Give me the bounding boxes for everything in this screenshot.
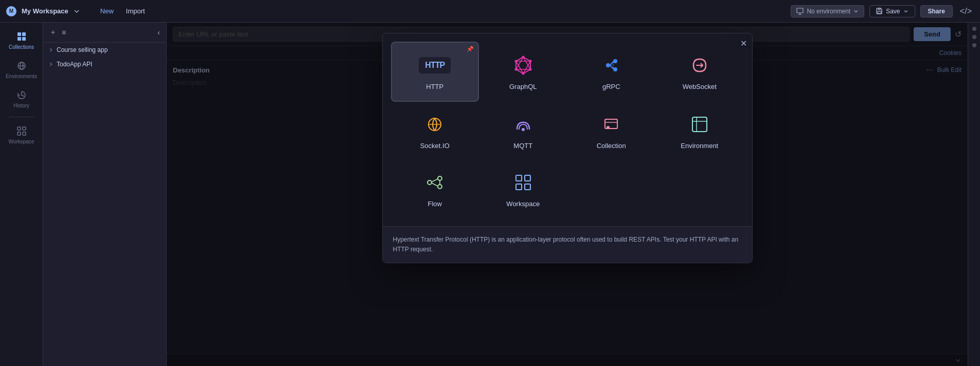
workspace-section: M My Workspace [6, 6, 80, 16]
modal-item-websocket[interactable]: WebSocket [655, 42, 744, 102]
svg-point-39 [438, 185, 442, 189]
save-icon [876, 8, 883, 14]
svg-point-29 [613, 67, 617, 71]
modal-item-flow-label: Flow [428, 200, 442, 208]
http-icon: HTTP [422, 53, 447, 78]
modal-item-environment-label: Environment [681, 142, 718, 150]
environments-label: Environments [6, 74, 37, 79]
grpc-icon [599, 53, 623, 78]
save-button[interactable]: Save [869, 5, 915, 17]
modal-item-grpc-label: gRPC [602, 83, 620, 90]
import-button[interactable]: Import [122, 5, 149, 17]
modal-item-workspace-label: Workspace [506, 200, 540, 208]
modal-overlay: ✕ HTTP HTTP 📌 [167, 23, 968, 366]
svg-point-38 [438, 176, 442, 180]
sidebar-item-history[interactable]: History [0, 85, 43, 113]
workspace-icon [16, 125, 27, 137]
modal-close-button[interactable]: ✕ [740, 39, 747, 48]
collection-item-todoapp[interactable]: TodoApp API [43, 57, 166, 71]
collection-icon [599, 112, 623, 137]
monitor-icon [796, 8, 804, 15]
modal-footer-text: Hypertext Transfer Protocol (HTTP) is an… [393, 236, 739, 253]
sidebar: Collections Environments History [0, 23, 43, 366]
workspace-avatar: M [6, 6, 16, 16]
flow-icon [422, 170, 447, 195]
modal-item-http-label: HTTP [426, 83, 443, 90]
modal-item-graphql[interactable]: GraphQL [479, 42, 567, 102]
modal-footer: Hypertext Transfer Protocol (HTTP) is an… [383, 226, 752, 263]
modal-item-http-wrapper: HTTP HTTP 📌 [391, 42, 479, 102]
right-sidebar-indicator [972, 35, 976, 39]
svg-rect-5 [17, 37, 21, 41]
topbar-right: No environment Save Share </> [791, 5, 974, 18]
modal-item-http[interactable]: HTTP HTTP [391, 42, 479, 102]
new-button[interactable]: New [96, 5, 118, 17]
right-sidebar-indicator [972, 27, 976, 31]
top-bar: M My Workspace New Import No environment… [0, 0, 980, 23]
collapse-panel-button[interactable]: ‹ [156, 27, 161, 38]
svg-rect-43 [525, 184, 530, 190]
modal-item-mqtt-label: MQTT [513, 142, 532, 150]
socketio-icon [422, 112, 447, 137]
environment-icon [687, 112, 712, 137]
svg-rect-41 [525, 175, 530, 181]
svg-rect-40 [516, 175, 522, 181]
workspace-name: My Workspace [22, 7, 68, 15]
add-collection-button[interactable]: ＋ [48, 27, 58, 38]
svg-point-27 [606, 63, 610, 67]
modal-item-graphql-label: GraphQL [509, 83, 537, 90]
svg-rect-2 [878, 11, 881, 13]
modal-item-environment[interactable]: Environment [655, 102, 744, 160]
right-sidebar [968, 23, 980, 366]
modal-item-grpc[interactable]: gRPC [567, 42, 656, 102]
collections-label: Collections [9, 44, 34, 50]
collections-icon [16, 31, 27, 42]
workspace-label: Workspace [9, 139, 34, 144]
right-sidebar-indicator [972, 43, 976, 47]
svg-rect-10 [17, 127, 21, 130]
new-item-modal: ✕ HTTP HTTP 📌 [382, 33, 753, 263]
topbar-actions: New Import [96, 5, 149, 17]
sidebar-item-workspace[interactable]: Workspace [0, 121, 43, 149]
svg-rect-6 [22, 37, 26, 41]
collection-item-label: Course selling app [57, 46, 108, 53]
env-label: No environment [807, 8, 850, 15]
modal-item-flow[interactable]: Flow [391, 160, 479, 218]
svg-point-32 [522, 128, 525, 131]
mqtt-icon [511, 112, 536, 137]
code-button[interactable]: </> [958, 5, 974, 18]
modal-item-socketio[interactable]: Socket.IO [391, 102, 479, 160]
svg-rect-12 [17, 132, 21, 135]
sidebar-divider [9, 117, 34, 117]
content-area: Send ↺ Cookies Description ··· Bulk Edit… [167, 23, 968, 366]
sidebar-item-collections[interactable]: Collections [0, 27, 43, 54]
chevron-down-icon[interactable] [74, 8, 80, 14]
collections-header: ＋ ≡ ‹ [43, 23, 166, 43]
svg-point-34 [607, 126, 610, 129]
modal-item-collection-label: Collection [597, 142, 626, 150]
share-button[interactable]: Share [920, 5, 953, 17]
svg-point-28 [613, 59, 617, 63]
sidebar-item-environments[interactable]: Environments [0, 56, 43, 83]
collection-item-label: TodoApp API [57, 61, 92, 68]
svg-rect-13 [23, 132, 26, 135]
chevron-right-icon [48, 47, 54, 52]
modal-item-collection[interactable]: Collection [567, 102, 656, 160]
modal-item-workspace[interactable]: Workspace [479, 160, 567, 218]
svg-rect-36 [692, 117, 707, 132]
modal-item-websocket-label: WebSocket [683, 83, 717, 90]
pin-icon: 📌 [467, 46, 474, 52]
graphql-icon [511, 53, 536, 78]
environment-selector[interactable]: No environment [791, 5, 864, 17]
svg-rect-4 [22, 32, 26, 36]
svg-rect-11 [23, 127, 26, 130]
save-label: Save [886, 8, 900, 15]
svg-rect-0 [797, 8, 803, 13]
modal-item-mqtt[interactable]: MQTT [479, 102, 567, 160]
filter-button[interactable]: ≡ [61, 27, 67, 38]
modal-item-socketio-label: Socket.IO [420, 142, 450, 150]
svg-rect-1 [878, 8, 880, 10]
websocket-icon [687, 53, 712, 78]
collection-item-course[interactable]: Course selling app [43, 43, 166, 57]
collections-header-icons: ＋ ≡ [48, 27, 67, 38]
